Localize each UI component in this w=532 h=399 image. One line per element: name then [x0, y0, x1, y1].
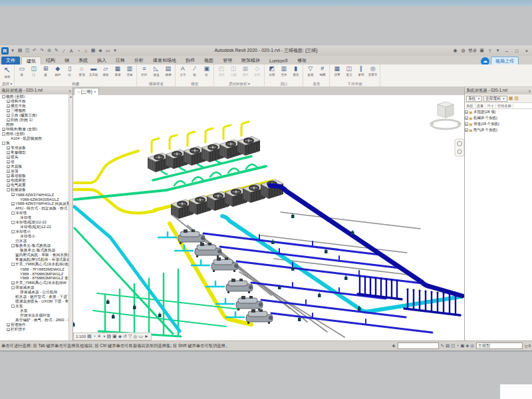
statusbar-icon[interactable]: ▣	[460, 343, 464, 348]
expand-glyph[interactable]: +	[465, 122, 468, 126]
qat-icon[interactable]: ↷	[39, 47, 45, 54]
statusbar-icon[interactable]: ◫	[451, 343, 455, 348]
expand-glyph[interactable]: +	[7, 109, 10, 112]
selection-filter[interactable]: ▽ 0	[525, 344, 531, 348]
expand-glyph[interactable]: +	[465, 110, 468, 114]
system-tree-item[interactable]: + ▣ 电气(8 个系统)	[465, 127, 532, 133]
tree-item[interactable]: 冷却塔(框架)12-22	[0, 225, 68, 229]
ribbon-button[interactable]: ▥竖梃	[124, 65, 135, 76]
scale-button[interactable]: 1:100	[76, 334, 86, 338]
ribbon-tab[interactable]: 体量和场地	[148, 57, 181, 65]
ribbon-button[interactable]: ▮垂直	[290, 65, 301, 76]
ribbon-button[interactable]: ◺坡道	[150, 65, 162, 76]
expand-glyph[interactable]: +	[7, 323, 10, 327]
panel-label[interactable]: 房间和面积 ▾	[214, 81, 264, 86]
qat-icon[interactable]: ✎	[53, 47, 60, 54]
close-icon[interactable]: ×	[68, 89, 71, 93]
view-control-icon[interactable]: ▣	[112, 334, 117, 339]
ribbon-tab[interactable]: 修改	[293, 57, 311, 65]
view-control-icon[interactable]: ▧	[106, 334, 111, 339]
statusbar-icon[interactable]: ◔	[456, 343, 459, 348]
ribbon-tab[interactable]: 钢	[60, 57, 74, 65]
qat-icon[interactable]: ▦	[90, 47, 96, 54]
user-icon[interactable]: ◍	[460, 48, 466, 54]
close-icon[interactable]: ×	[94, 90, 96, 94]
qat-icon[interactable]: A	[68, 47, 74, 54]
column-settings-icon[interactable]: ▥	[514, 96, 519, 101]
expand-glyph[interactable]: +	[7, 160, 10, 164]
help-icon[interactable]: ?	[487, 48, 493, 54]
system-tree-item[interactable]: + ▣ 未指定(28 项)	[465, 109, 532, 115]
design-option-select[interactable]: 主模型	[476, 342, 523, 349]
ribbon-button[interactable]: ▥竖井	[278, 65, 289, 76]
qat-icon[interactable]: ◈	[97, 47, 104, 54]
ribbon-tab[interactable]: Lumion®	[265, 57, 293, 65]
tree-item[interactable]: A104 - 机房轴测图	[0, 136, 68, 141]
expand-glyph[interactable]: +	[7, 156, 10, 159]
qat-icon[interactable]: ⌂	[82, 47, 89, 54]
column-header[interactable]: 流量	[475, 104, 486, 108]
qat-icon[interactable]: ▾	[9, 47, 16, 54]
expand-glyph[interactable]: +	[11, 281, 15, 285]
ribbon-button[interactable]: ▦面积	[239, 65, 251, 76]
expand-glyph[interactable]: +	[465, 116, 468, 120]
panel-label[interactable]: 工作平面	[330, 81, 380, 86]
ribbon-tab[interactable]: 视图	[200, 57, 218, 65]
panel-label[interactable]: 楼梯坡道	[137, 81, 175, 86]
expand-glyph[interactable]: +	[11, 193, 15, 196]
worksharing-icon[interactable]: ◈	[392, 343, 396, 348]
model-3d-view[interactable]	[73, 95, 464, 340]
ribbon-button[interactable]: ▱楼板	[100, 65, 111, 76]
ribbon-tab[interactable]: 建筑	[21, 57, 41, 65]
revit-logo-icon[interactable]: R	[1, 47, 9, 55]
panel-label[interactable]: 选择 ▾	[0, 81, 14, 86]
column-header[interactable]: 尺寸	[485, 104, 496, 108]
view-control-icon[interactable]: ▽	[128, 334, 132, 339]
app-store-icon[interactable]: ▣	[479, 48, 485, 54]
column-header[interactable]: 空间名称	[496, 104, 513, 108]
tree-item[interactable]: 冷却塔小	[0, 234, 68, 239]
panel-label[interactable]: 构建	[15, 81, 136, 86]
ribbon-button[interactable]: ⌂屋顶	[76, 65, 87, 76]
autofit-icon[interactable]: ▦	[509, 96, 513, 101]
expand-glyph[interactable]: -	[2, 142, 5, 145]
ribbon-button[interactable]: ⊞窗	[40, 65, 51, 76]
system-browser-header[interactable]: 系统浏览器 - 020-1.rvt ×	[465, 87, 532, 94]
minimize-button[interactable]: –	[503, 47, 511, 55]
tree-item[interactable]: - 开关_Y988(离心式)冷水机组(地)设置	[0, 262, 68, 267]
ribbon-button[interactable]: ▯柱	[64, 65, 75, 76]
expand-glyph[interactable]: +	[7, 104, 10, 108]
project-browser-header[interactable]: 项目浏览器 - 020-1.rvt ×	[0, 87, 72, 94]
main-header-pipes-navy[interactable]	[270, 186, 462, 315]
ribbon-tab[interactable]: 附加模块	[237, 57, 265, 65]
qat-icon[interactable]: ↶	[31, 47, 38, 54]
ribbon-button[interactable]: ≡栏杆	[138, 65, 150, 76]
expand-glyph[interactable]: +	[7, 170, 10, 173]
ribbon-tab[interactable]: 插入	[92, 57, 111, 65]
chiller-units[interactable]	[178, 229, 273, 324]
ribbon-tab[interactable]: 文件	[1, 57, 20, 65]
ribbon-button[interactable]: ▣组	[201, 65, 212, 76]
expand-glyph[interactable]: +	[7, 151, 10, 154]
expand-glyph[interactable]: +	[7, 100, 10, 103]
ribbon-button[interactable]: A文字	[177, 65, 188, 76]
ribbon-button[interactable]: ◰房间	[215, 65, 227, 76]
ribbon-button[interactable]: #轴网	[317, 65, 328, 76]
expand-glyph[interactable]: -	[11, 305, 15, 308]
ribbon-tab[interactable]: 分析	[130, 57, 148, 65]
panel-label[interactable]: 模型	[176, 81, 213, 86]
sign-in-link[interactable]: 登录	[468, 48, 477, 54]
qat-icon[interactable]: ◔	[75, 47, 82, 54]
ribbon-button[interactable]: ◫显示	[343, 65, 354, 76]
menu-caret-icon[interactable]: ▾	[495, 48, 501, 54]
condenser-return-pipes-green[interactable]	[74, 154, 266, 336]
system-tree-item[interactable]: + ▣ 管道(18 个系统)	[465, 121, 532, 127]
close-button[interactable]: ×	[523, 47, 531, 55]
view-control-icon[interactable]: ►	[144, 334, 149, 339]
panel-label[interactable]: 基准	[303, 81, 329, 86]
expand-glyph[interactable]: -	[7, 188, 10, 192]
statusbar-icon[interactable]: ▤	[446, 343, 450, 348]
expand-glyph[interactable]: +	[7, 179, 10, 182]
expand-glyph[interactable]: +	[465, 128, 468, 132]
statusbar-icon[interactable]: ◎	[470, 343, 474, 348]
